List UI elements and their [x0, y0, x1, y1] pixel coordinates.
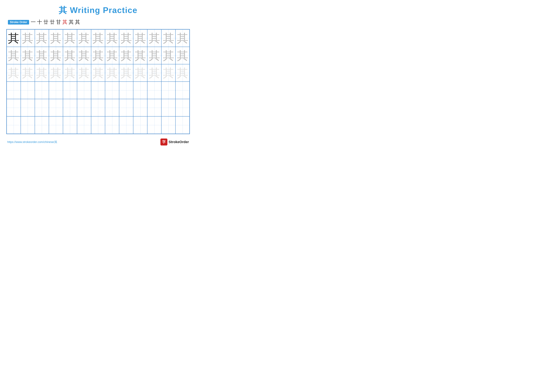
- grid-cell-r2-c3[interactable]: 其: [35, 47, 49, 64]
- grid-cell-r4-c8[interactable]: [105, 82, 119, 99]
- practice-grid: 其 其 其 其 其 其 其 其 其 其 其 其 其 其 其 其 其: [6, 29, 190, 134]
- grid-cell-r1-c12[interactable]: 其: [161, 29, 175, 47]
- grid-cell-r3-c10[interactable]: 其: [133, 64, 147, 82]
- grid-cell-r3-c8[interactable]: 其: [105, 64, 119, 82]
- grid-cell-r6-c8[interactable]: [105, 116, 119, 134]
- grid-cell-r5-c5[interactable]: [63, 99, 77, 116]
- cell-char: 其: [135, 50, 146, 61]
- grid-cell-r1-c5[interactable]: 其: [63, 29, 77, 47]
- grid-cell-r4-c4[interactable]: [49, 82, 63, 99]
- grid-cell-r4-c2[interactable]: [21, 82, 35, 99]
- grid-cell-r6-c13[interactable]: [175, 116, 190, 134]
- cell-char: 其: [149, 50, 160, 61]
- grid-cell-r3-c7[interactable]: 其: [91, 64, 105, 82]
- grid-cell-r6-c7[interactable]: [91, 116, 105, 134]
- grid-cell-r1-c2[interactable]: 其: [21, 29, 35, 47]
- grid-cell-r6-c5[interactable]: [63, 116, 77, 134]
- grid-cell-r5-c4[interactable]: [49, 99, 63, 116]
- grid-cell-r1-c6[interactable]: 其: [77, 29, 91, 47]
- grid-cell-r3-c5[interactable]: 其: [63, 64, 77, 82]
- cell-char: 其: [50, 67, 62, 78]
- grid-cell-r3-c13[interactable]: 其: [175, 64, 190, 82]
- grid-cell-r4-c6[interactable]: [77, 82, 91, 99]
- cell-char: 其: [78, 50, 90, 61]
- stroke-order-badge: Stroke Order: [8, 20, 29, 24]
- footer-url[interactable]: https://www.strokeorder.com/chinese/其: [7, 140, 57, 144]
- grid-cell-r3-c3[interactable]: 其: [35, 64, 49, 82]
- cell-char: 其: [22, 50, 33, 61]
- grid-cell-r6-c10[interactable]: [133, 116, 147, 134]
- grid-cell-r2-c12[interactable]: 其: [161, 47, 175, 64]
- grid-cell-r1-c10[interactable]: 其: [133, 29, 147, 47]
- grid-cell-r3-c2[interactable]: 其: [21, 64, 35, 82]
- grid-cell-r4-c7[interactable]: [91, 82, 105, 99]
- grid-cell-r1-c9[interactable]: 其: [119, 29, 133, 47]
- page-title: 其 Writing Practice: [6, 5, 190, 16]
- grid-cell-r3-c4[interactable]: 其: [49, 64, 63, 82]
- grid-cell-r6-c3[interactable]: [35, 116, 49, 134]
- grid-cell-r5-c8[interactable]: [105, 99, 119, 116]
- grid-cell-r5-c12[interactable]: [161, 99, 175, 116]
- cell-char: 其: [36, 50, 47, 61]
- grid-cell-r4-c11[interactable]: [147, 82, 161, 99]
- grid-cell-r2-c7[interactable]: 其: [91, 47, 105, 64]
- grid-cell-r6-c9[interactable]: [119, 116, 133, 134]
- grid-cell-r5-c10[interactable]: [133, 99, 147, 116]
- grid-cell-r3-c11[interactable]: 其: [147, 64, 161, 82]
- cell-char: 其: [121, 50, 132, 61]
- cell-char: 其: [36, 32, 47, 44]
- cell-char: 其: [8, 67, 19, 78]
- grid-cell-r4-c5[interactable]: [63, 82, 77, 99]
- grid-cell-r2-c8[interactable]: 其: [105, 47, 119, 64]
- grid-cell-r3-c12[interactable]: 其: [161, 64, 175, 82]
- grid-cell-r1-c1[interactable]: 其: [7, 29, 21, 47]
- stroke-seq-7: 其: [69, 19, 74, 26]
- grid-cell-r3-c1[interactable]: 其: [7, 64, 21, 82]
- grid-cell-r4-c9[interactable]: [119, 82, 133, 99]
- grid-cell-r5-c11[interactable]: [147, 99, 161, 116]
- grid-cell-r3-c6[interactable]: 其: [77, 64, 91, 82]
- grid-cell-r3-c9[interactable]: 其: [119, 64, 133, 82]
- grid-cell-r6-c12[interactable]: [161, 116, 175, 134]
- cell-char: 其: [149, 32, 160, 44]
- grid-cell-r4-c3[interactable]: [35, 82, 49, 99]
- grid-cell-r6-c11[interactable]: [147, 116, 161, 134]
- grid-cell-r6-c2[interactable]: [21, 116, 35, 134]
- cell-char: 其: [135, 32, 146, 44]
- grid-cell-r2-c9[interactable]: 其: [119, 47, 133, 64]
- grid-cell-r2-c5[interactable]: 其: [63, 47, 77, 64]
- grid-cell-r1-c13[interactable]: 其: [175, 29, 190, 47]
- grid-cell-r5-c13[interactable]: [175, 99, 190, 116]
- grid-cell-r1-c11[interactable]: 其: [147, 29, 161, 47]
- grid-cell-r6-c1[interactable]: [7, 116, 21, 134]
- grid-cell-r5-c9[interactable]: [119, 99, 133, 116]
- grid-cell-r2-c1[interactable]: 其: [7, 47, 21, 64]
- grid-cell-r2-c6[interactable]: 其: [77, 47, 91, 64]
- grid-cell-r2-c2[interactable]: 其: [21, 47, 35, 64]
- cell-char: 其: [177, 50, 188, 61]
- grid-cell-r5-c6[interactable]: [77, 99, 91, 116]
- grid-cell-r2-c13[interactable]: 其: [175, 47, 190, 64]
- cell-char: 其: [64, 50, 76, 61]
- grid-cell-r1-c4[interactable]: 其: [49, 29, 63, 47]
- grid-cell-r5-c1[interactable]: [7, 99, 21, 116]
- grid-cell-r5-c2[interactable]: [21, 99, 35, 116]
- grid-cell-r2-c4[interactable]: 其: [49, 47, 63, 64]
- logo-icon-char: 字: [162, 140, 166, 144]
- grid-cell-r4-c12[interactable]: [161, 82, 175, 99]
- grid-cell-r5-c3[interactable]: [35, 99, 49, 116]
- grid-cell-r6-c6[interactable]: [77, 116, 91, 134]
- grid-cell-r2-c10[interactable]: 其: [133, 47, 147, 64]
- grid-cell-r4-c10[interactable]: [133, 82, 147, 99]
- grid-cell-r1-c7[interactable]: 其: [91, 29, 105, 47]
- cell-char: 其: [8, 50, 19, 61]
- grid-cell-r1-c3[interactable]: 其: [35, 29, 49, 47]
- grid-cell-r5-c7[interactable]: [91, 99, 105, 116]
- grid-cell-r1-c8[interactable]: 其: [105, 29, 119, 47]
- cell-char: 其: [121, 67, 132, 78]
- grid-cell-r2-c11[interactable]: 其: [147, 47, 161, 64]
- grid-cell-r6-c4[interactable]: [49, 116, 63, 134]
- grid-cell-r4-c1[interactable]: [7, 82, 21, 99]
- stroke-seq-4: 廿: [50, 19, 55, 26]
- grid-cell-r4-c13[interactable]: [175, 82, 190, 99]
